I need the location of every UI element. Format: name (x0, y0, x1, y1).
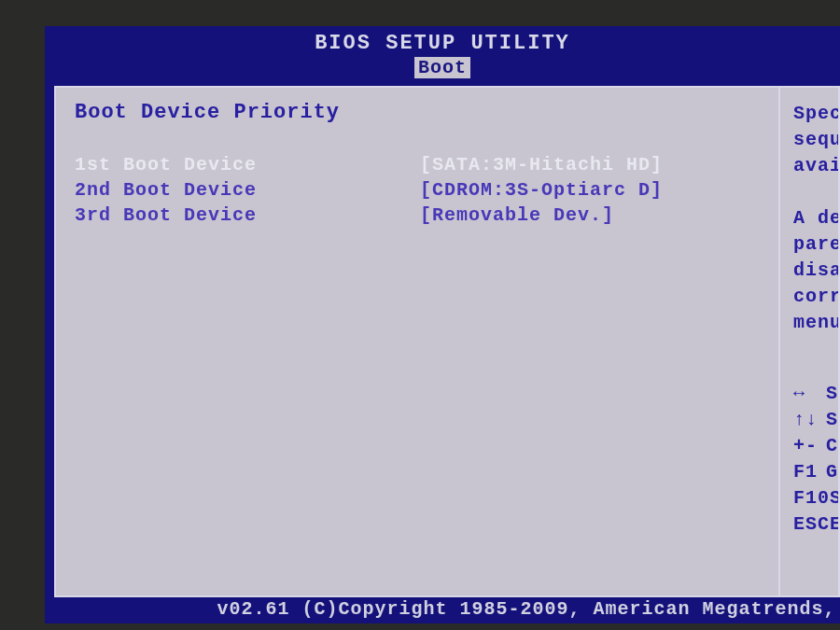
help-line: avail (793, 153, 838, 179)
boot-label-2: 2nd Boot Device (75, 179, 420, 201)
boot-device-2[interactable]: 2nd Boot Device [CDROM:3S-Optiarc D] (75, 179, 760, 201)
key-f1: F1 (793, 459, 826, 485)
tab-row: Boot (45, 57, 840, 78)
help-line: Speci (793, 101, 838, 127)
left-panel: Boot Device Priority 1st Boot Device [SA… (54, 86, 780, 597)
key-row: ESC Ex (793, 511, 838, 538)
key-desc: G (826, 459, 838, 485)
key-row: F10 Sa (793, 485, 838, 511)
boot-value-1: [SATA:3M-Hitachi HD] (420, 154, 663, 175)
key-desc: Sa (830, 485, 840, 511)
key-desc: S (826, 407, 838, 433)
boot-device-3[interactable]: 3rd Boot Device [Removable Dev.] (75, 204, 760, 226)
boot-label-1: 1st Boot Device (75, 154, 420, 175)
key-esc: ESC (793, 511, 830, 538)
key-desc: C (826, 433, 838, 459)
title-bar: BIOS SETUP UTILITY (45, 26, 840, 55)
boot-label-3: 3rd Boot Device (75, 204, 420, 226)
bios-screen: BIOS SETUP UTILITY Boot Boot Device Prio… (45, 26, 840, 623)
arrow-lr-icon: ↔ (793, 381, 826, 407)
help-text: Speci seque avail A dev parent disabl co… (793, 101, 838, 336)
monitor-bezel: BIOS SETUP UTILITY Boot Boot Device Prio… (0, 0, 840, 630)
section-title: Boot Device Priority (75, 101, 760, 124)
tab-boot[interactable]: Boot (414, 57, 470, 78)
help-line: menu. (793, 310, 838, 336)
boot-value-2: [CDROM:3S-Optiarc D] (420, 179, 663, 201)
help-line: A dev (793, 205, 838, 231)
key-row: ↑↓ S (793, 407, 838, 433)
help-line: disabl (793, 258, 838, 284)
key-row: F1 G (793, 459, 838, 485)
key-legend: ↔ S ↑↓ S +- C F1 G (793, 381, 838, 538)
key-desc: Ex (830, 511, 840, 538)
footer-copyright: v02.61 (C)Copyright 1985-2009, American … (213, 598, 840, 620)
help-line: seque (793, 127, 838, 153)
arrow-ud-icon: ↑↓ (793, 407, 826, 433)
help-line: corres (793, 284, 838, 310)
key-f10: F10 (793, 485, 830, 511)
boot-value-3: [Removable Dev.] (420, 204, 614, 226)
help-panel: Speci seque avail A dev parent disabl co… (780, 86, 840, 597)
key-desc: S (826, 381, 838, 407)
key-row: +- C (793, 433, 838, 459)
main-area: Boot Device Priority 1st Boot Device [SA… (54, 86, 840, 597)
plus-minus-icon: +- (793, 433, 826, 459)
boot-device-1[interactable]: 1st Boot Device [SATA:3M-Hitachi HD] (75, 154, 760, 175)
key-row: ↔ S (793, 381, 838, 407)
help-line: parent (793, 231, 838, 258)
